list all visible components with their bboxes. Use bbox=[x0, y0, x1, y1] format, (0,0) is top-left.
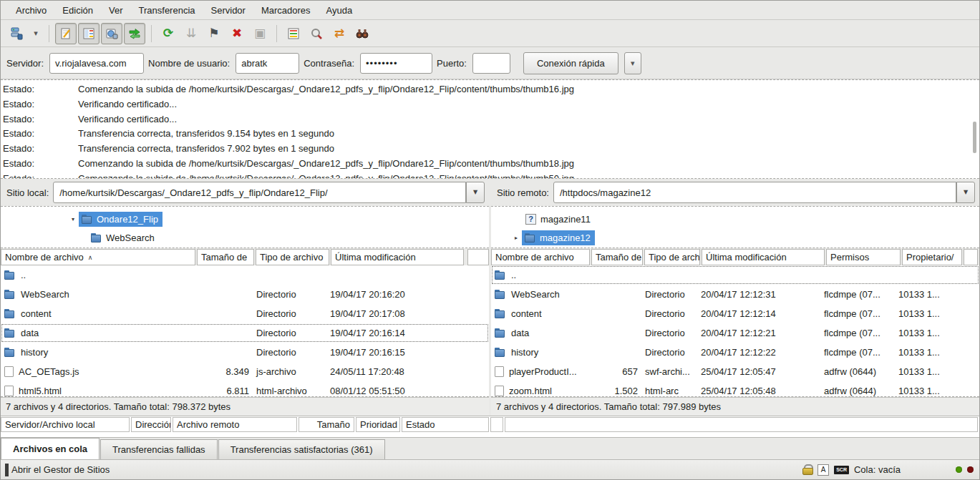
column-header-modified[interactable]: Última modificación bbox=[331, 249, 464, 265]
menu-edicion[interactable]: Edición bbox=[54, 2, 101, 19]
file-row[interactable]: data Directorio 20/04/17 12:12:21 flcdmp… bbox=[491, 323, 979, 343]
data-type-indicator-icon[interactable]: A bbox=[818, 464, 829, 476]
column-header-extra[interactable] bbox=[467, 249, 489, 265]
menu-archivo[interactable]: Archivo bbox=[8, 2, 54, 19]
file-row[interactable]: WebSearch Directorio 19/04/17 20:16:20 bbox=[1, 285, 489, 304]
file-type: Directorio bbox=[641, 347, 697, 358]
log-scrollbar-thumb[interactable] bbox=[973, 122, 976, 153]
site-manager-dropdown[interactable]: ▾ bbox=[29, 23, 43, 44]
log-scrollbar[interactable] bbox=[970, 80, 979, 178]
toolbar-separator bbox=[151, 25, 152, 42]
queue-column-priority[interactable]: Prioridad bbox=[356, 417, 400, 432]
menu-marcadores[interactable]: Marcadores bbox=[253, 2, 319, 19]
local-path-input[interactable]: /home/kurtsik/Descargas/_Ondare12_pdfs_y… bbox=[53, 182, 466, 203]
quickconnect-button[interactable]: Conexión rápida bbox=[523, 52, 618, 74]
column-header-modified[interactable]: Última modificación bbox=[702, 249, 825, 265]
column-header-name[interactable]: Nombre de archivo bbox=[491, 249, 590, 265]
tab-transferencias-satisfactorias[interactable]: Transferencias satisfactorias (361) bbox=[218, 439, 385, 459]
find-files-button[interactable] bbox=[351, 23, 373, 44]
queue-list-empty[interactable] bbox=[1, 432, 979, 438]
column-header-type[interactable]: Tipo de arch bbox=[644, 249, 700, 265]
file-row[interactable]: AC_OETags.js 8.349 js-archivo 24/05/11 1… bbox=[1, 362, 489, 381]
menu-servidor[interactable]: Servidor bbox=[203, 2, 253, 19]
refresh-button[interactable]: ⟳ bbox=[157, 23, 179, 44]
file-row[interactable]: content Directorio 20/04/17 12:12:14 flc… bbox=[491, 304, 979, 323]
local-tree-item[interactable]: ▾ Ondare12_Flip bbox=[1, 210, 489, 228]
local-file-list[interactable]: .. WebSearch Directorio 19/04/17 20:16:2… bbox=[1, 265, 489, 397]
toggle-transfer-queue-button[interactable] bbox=[124, 23, 145, 44]
file-row[interactable]: history Directorio 19/04/17 20:16:15 bbox=[1, 343, 489, 362]
file-row-parent[interactable]: .. bbox=[1, 265, 489, 285]
file-row[interactable]: html5.html 6.811 html-archivo 08/01/12 0… bbox=[1, 381, 489, 397]
filename-filters-button[interactable] bbox=[283, 23, 304, 44]
queue-column-status[interactable]: Estado bbox=[402, 417, 489, 432]
process-queue-button[interactable]: ⇊ bbox=[180, 23, 202, 44]
unknown-folder-icon: ? bbox=[525, 214, 536, 225]
menu-ver[interactable]: Ver bbox=[101, 2, 131, 19]
username-input[interactable]: abratk bbox=[236, 53, 299, 74]
site-manager-button[interactable] bbox=[6, 23, 27, 44]
column-header-size[interactable]: Tamaño de bbox=[197, 249, 254, 265]
remote-tree-item[interactable]: ▸ magazine12 bbox=[491, 228, 979, 247]
file-row[interactable]: WebSearch Directorio 20/04/17 12:12:31 f… bbox=[491, 285, 979, 304]
toggle-local-tree-button[interactable] bbox=[78, 23, 100, 44]
local-tree: ▾ Ondare12_Flip WebSearch bbox=[1, 206, 489, 248]
column-header-perms[interactable]: Permisos bbox=[826, 249, 901, 265]
message-log[interactable]: Estado:Comenzando la subida de /home/kur… bbox=[1, 79, 979, 179]
disconnect-button[interactable]: ✖ bbox=[226, 23, 248, 44]
log-row: Estado:Comenzando la subida de /home/kur… bbox=[1, 82, 979, 97]
remote-path-input[interactable]: /httpdocs/magazine12 bbox=[553, 182, 956, 203]
reconnect-button[interactable]: ▣ bbox=[249, 23, 271, 44]
queue-column-direction[interactable]: Dirección bbox=[131, 417, 171, 432]
toggle-message-log-button[interactable] bbox=[55, 23, 77, 44]
log-message: Transferencia correcta, transferidos 9.1… bbox=[78, 127, 979, 142]
directory-comparison-button[interactable] bbox=[306, 23, 327, 44]
file-row[interactable]: content Directorio 19/04/17 20:17:08 bbox=[1, 304, 489, 323]
file-row[interactable]: playerProductI... 657 swf-archi... 25/04… bbox=[491, 362, 979, 381]
file-row-parent-focused[interactable]: .. bbox=[491, 265, 979, 285]
expander-icon[interactable]: ▸ bbox=[513, 235, 520, 241]
toggle-remote-tree-button[interactable] bbox=[101, 23, 122, 44]
statusbar-hint-text: Abrir el Gestor de Sitios bbox=[11, 464, 110, 475]
expander-icon[interactable]: ▾ bbox=[69, 216, 77, 222]
queue-column-server[interactable]: Servidor/Archivo local bbox=[1, 417, 130, 432]
column-header-type[interactable]: Tipo de archivo bbox=[256, 249, 329, 265]
tab-archivos-en-cola[interactable]: Archivos en cola bbox=[1, 438, 100, 459]
local-pane: Sitio local: /home/kurtsik/Descargas/_On… bbox=[1, 179, 489, 416]
port-input[interactable] bbox=[472, 53, 510, 74]
remote-tree-item[interactable]: ?magazine11 bbox=[491, 210, 979, 228]
queue-column-size[interactable]: Tamaño bbox=[299, 417, 354, 432]
folder-icon bbox=[4, 309, 16, 318]
cancel-operation-button[interactable]: ⚑ bbox=[203, 23, 225, 44]
remote-tree: ?magazine11 ▸ magazine12 bbox=[491, 206, 979, 248]
file-row-focused[interactable]: data Directorio 19/04/17 20:16:14 bbox=[1, 323, 489, 343]
queue-tabs: Archivos en cola Transferencias fallidas… bbox=[1, 438, 979, 459]
column-header-extra[interactable] bbox=[964, 249, 978, 265]
remote-file-list[interactable]: .. WebSearch Directorio 20/04/17 12:12:3… bbox=[491, 265, 979, 397]
column-header-owner[interactable]: Propietario/ bbox=[902, 249, 962, 265]
menu-ayuda[interactable]: Ayuda bbox=[319, 2, 361, 19]
server-input[interactable]: v.riojalavesa.com bbox=[49, 53, 144, 74]
speed-limit-badge-icon[interactable]: SCR bbox=[834, 466, 849, 474]
menu-transferencia[interactable]: Transferencia bbox=[131, 2, 203, 19]
file-modified: 19/04/17 20:16:20 bbox=[326, 289, 460, 300]
local-path-dropdown[interactable]: ▼ bbox=[466, 182, 485, 203]
queue-size-text: Cola: vacía bbox=[854, 464, 901, 475]
folder-icon bbox=[4, 270, 16, 280]
encryption-lock-icon[interactable] bbox=[802, 464, 812, 475]
queue-column-extra[interactable] bbox=[490, 417, 503, 432]
column-label: Propietario/ bbox=[906, 252, 954, 263]
transfer-queue-icon bbox=[127, 27, 142, 40]
column-header-size[interactable]: Tamaño de bbox=[591, 249, 643, 265]
local-tree-item[interactable]: WebSearch bbox=[1, 228, 489, 247]
column-header-name[interactable]: Nombre de archivo∧ bbox=[1, 249, 195, 265]
quickconnect-dropdown[interactable]: ▾ bbox=[624, 52, 641, 74]
queue-column-remote-file[interactable]: Archivo remoto bbox=[173, 417, 297, 432]
synchronized-browsing-button[interactable]: ⇄ bbox=[329, 23, 350, 44]
file-row[interactable]: zoom.html 1.502 html-arc 25/04/17 12:05:… bbox=[491, 381, 979, 397]
file-row[interactable]: history Directorio 20/04/17 12:12:22 flc… bbox=[491, 343, 979, 362]
password-input[interactable]: •••••••• bbox=[360, 53, 432, 74]
remote-path-dropdown[interactable]: ▼ bbox=[956, 182, 975, 203]
column-label: Tipo de archivo bbox=[260, 252, 323, 263]
tab-transferencias-fallidas[interactable]: Transferencias fallidas bbox=[100, 439, 218, 459]
